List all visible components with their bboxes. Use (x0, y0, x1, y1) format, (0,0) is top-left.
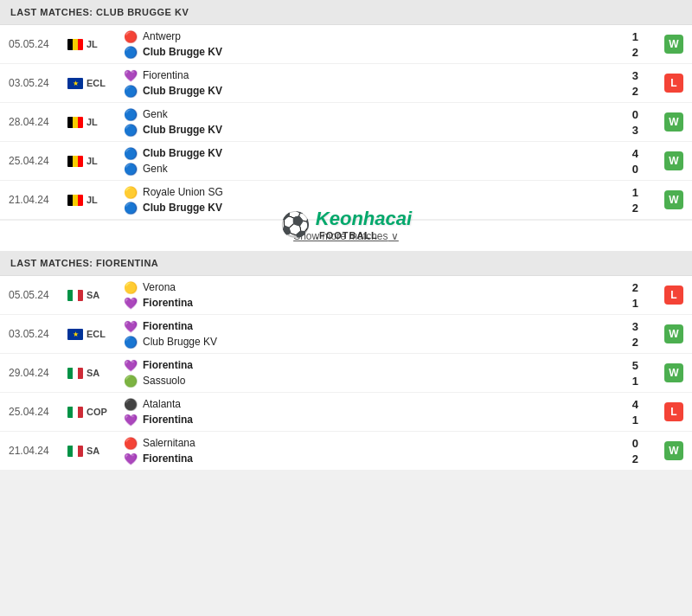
score1: 2 (621, 281, 638, 294)
match-league: JL (67, 156, 119, 167)
match-info: 05.05.24 SA (0, 276, 117, 314)
match-teams: 🔴 Antwerp 1 🔵 Club Brugge KV 2 (117, 25, 645, 63)
match-date: 25.04.24 (9, 406, 67, 418)
team2-name: Club Brugge KV (143, 46, 616, 58)
watermark-sub: .FOOTBALL (316, 230, 378, 241)
team1-icon: 🟡 (124, 280, 138, 294)
team-line-2: 💜 Fiorentina 2 (124, 451, 638, 466)
result-badge: W (664, 151, 683, 170)
team2-icon: 💜 (124, 413, 138, 427)
team2-icon: 🔵 (124, 201, 138, 215)
flag-ecl: ★ (67, 329, 83, 340)
match-league: SA (67, 368, 119, 379)
team2-icon: 💜 (124, 296, 138, 310)
result-badge: W (664, 35, 683, 54)
match-row-3: 25.04.24 COP ⚫ Atalanta 4 💜 Fiorentina 1 (0, 393, 692, 432)
match-result: W (645, 181, 692, 219)
score1: 5 (621, 359, 638, 372)
match-result: W (645, 315, 692, 353)
show-more-container: Show more matches ∨ ⚽ Keonhacai .FOOTBAL… (0, 220, 692, 251)
match-row-1: 03.05.24 ★ ECL 💜 Fiorentina 3 🔵 Club Bru… (0, 64, 692, 103)
brugge-section: LAST MATCHES: CLUB BRUGGE KV 05.05.24 JL… (0, 0, 692, 251)
result-badge: L (664, 74, 683, 93)
match-teams: 💜 Fiorentina 5 🟢 Sassuolo 1 (117, 354, 645, 392)
match-row-1: 03.05.24 ★ ECL 💜 Fiorentina 3 🔵 Club Bru… (0, 315, 692, 354)
team1-icon: 🔴 (124, 29, 138, 43)
result-badge: W (664, 441, 683, 460)
team-line-2: 🔵 Club Brugge KV 3 (124, 122, 638, 138)
team-line-2: 🔵 Club Brugge KV 2 (124, 83, 638, 99)
team-line-1: 🔴 Salernitana 0 (124, 435, 638, 451)
result-badge: W (664, 324, 683, 343)
match-info: 03.05.24 ★ ECL (0, 64, 117, 102)
match-date: 05.05.24 (9, 289, 67, 301)
team2-name: Fiorentina (143, 452, 616, 465)
score1: 1 (621, 186, 638, 199)
team2-name: Fiorentina (143, 414, 616, 426)
team-line-2: 🔵 Club Brugge KV 2 (124, 44, 638, 60)
score1: 3 (621, 69, 638, 82)
team-line-1: 🔵 Club Brugge KV 4 (124, 145, 638, 161)
team1-icon: 💜 (124, 358, 138, 372)
league-name: JL (86, 195, 98, 205)
team1-icon: 🟡 (124, 185, 138, 199)
match-teams: 🔵 Genk 0 🔵 Club Brugge KV 3 (117, 103, 645, 141)
match-date: 21.04.24 (9, 445, 67, 457)
team-line-1: 🔵 Genk 0 (124, 106, 638, 122)
team2-icon: 🟢 (124, 374, 138, 388)
match-row-0: 05.05.24 SA 🟡 Verona 2 💜 Fiorentina 1 (0, 276, 692, 315)
match-teams: 🔴 Salernitana 0 💜 Fiorentina 2 (117, 432, 645, 470)
watermark: ⚽ Keonhacai .FOOTBALL (280, 208, 412, 241)
result-badge: L (664, 402, 683, 421)
match-info: 28.04.24 JL (0, 103, 117, 141)
league-name: ECL (86, 78, 106, 88)
team1-name: Salernitana (143, 437, 616, 449)
flag-italy (67, 290, 83, 301)
league-name: ECL (86, 329, 106, 339)
score1: 4 (621, 147, 638, 160)
match-date: 29.04.24 (9, 367, 67, 379)
match-date: 28.04.24 (9, 116, 67, 128)
team1-name: Antwerp (143, 30, 616, 42)
team2-icon: 🔵 (124, 335, 138, 349)
score2: 2 (621, 85, 638, 98)
team1-name: Verona (143, 281, 616, 293)
fiorentina-section: LAST MATCHES: FIORENTINA 05.05.24 SA 🟡 V… (0, 251, 692, 471)
league-name: JL (86, 156, 98, 166)
match-date: 03.05.24 (9, 328, 67, 340)
team2-name: Club Brugge KV (143, 336, 616, 348)
flag-belgium (67, 195, 83, 206)
team-line-1: 💜 Fiorentina 3 (124, 67, 638, 83)
team-line-1: 💜 Fiorentina 3 (124, 318, 638, 334)
match-teams: 🟡 Verona 2 💜 Fiorentina 1 (117, 276, 645, 314)
score2: 2 (621, 452, 638, 465)
team1-icon: 💜 (124, 68, 138, 82)
match-result: W (645, 432, 692, 470)
team2-name: Fiorentina (143, 297, 616, 309)
flag-ecl: ★ (67, 78, 83, 89)
flag-belgium (67, 156, 83, 167)
match-result: W (645, 142, 692, 180)
match-row-4: 21.04.24 SA 🔴 Salernitana 0 💜 Fiorentina… (0, 432, 692, 471)
match-league: COP (67, 407, 119, 418)
team1-icon: 🔴 (124, 436, 138, 450)
team-line-1: 💜 Fiorentina 5 (124, 357, 638, 373)
match-row-2: 29.04.24 SA 💜 Fiorentina 5 🟢 Sassuolo 1 (0, 354, 692, 393)
team2-name: Sassuolo (143, 375, 616, 387)
league-name: SA (86, 290, 99, 300)
match-league: JL (67, 117, 119, 128)
team1-name: Royale Union SG (143, 186, 616, 198)
match-date: 25.04.24 (9, 155, 67, 167)
match-result: L (645, 64, 692, 102)
brugge-matches: 05.05.24 JL 🔴 Antwerp 1 🔵 Club Brugge KV… (0, 25, 692, 220)
team2-icon: 🔵 (124, 162, 138, 176)
brugge-header: LAST MATCHES: CLUB BRUGGE KV (0, 0, 692, 25)
score2: 3 (621, 124, 638, 137)
flag-belgium (67, 39, 83, 50)
match-teams: 💜 Fiorentina 3 🔵 Club Brugge KV 2 (117, 315, 645, 353)
league-name: JL (86, 117, 98, 127)
watermark-figure: ⚽ (280, 210, 311, 239)
league-name: COP (86, 407, 107, 417)
team2-name: Club Brugge KV (143, 124, 616, 136)
team2-name: Club Brugge KV (143, 85, 616, 97)
